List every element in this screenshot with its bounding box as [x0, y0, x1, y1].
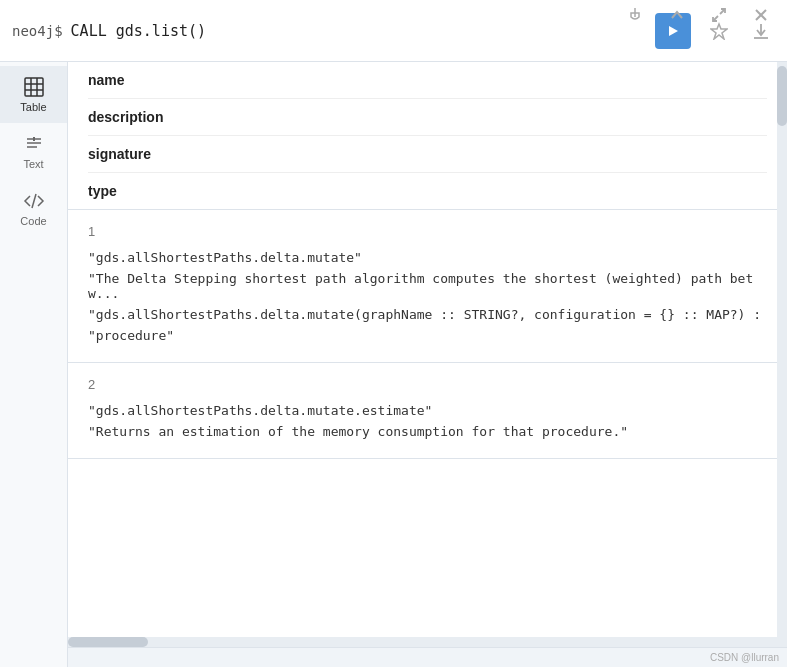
prompt-label: neo4j$ — [12, 23, 63, 39]
chevron-up-icon[interactable] — [663, 1, 691, 29]
header-description: description — [88, 99, 767, 136]
sidebar-item-code[interactable]: Code — [0, 180, 67, 237]
top-bar: neo4j$ CALL gds.list() — [0, 0, 787, 62]
sidebar-item-table[interactable]: Table — [0, 66, 67, 123]
scrollbar-thumb[interactable] — [777, 66, 787, 126]
row-1-name: "gds.allShortestPaths.delta.mutate" — [88, 247, 767, 268]
sidebar-item-text[interactable]: Text — [0, 123, 67, 180]
row-1-signature: "gds.allShortestPaths.delta.mutate(graph… — [88, 304, 767, 325]
scrollbar-track[interactable] — [777, 62, 787, 647]
row-2-description: "Returns an estimation of the memory con… — [88, 421, 767, 442]
expand-icon[interactable] — [705, 1, 733, 29]
header-type: type — [88, 173, 767, 209]
pin-icon[interactable] — [621, 1, 649, 29]
row-1-description: "The Delta Stepping shortest path algori… — [88, 268, 767, 304]
sidebar-table-label: Table — [20, 101, 46, 113]
content-area[interactable]: name description signature type 1 "gds.a… — [68, 62, 787, 667]
sidebar-code-label: Code — [20, 215, 46, 227]
header-signature: signature — [88, 136, 767, 173]
row-number-1: 1 — [88, 210, 767, 247]
command-text: CALL gds.list() — [71, 22, 647, 40]
credit-label: CSDN @llurran — [710, 652, 779, 663]
table-row: 1 "gds.allShortestPaths.delta.mutate" "T… — [68, 210, 787, 363]
horizontal-scrollbar-track[interactable] — [68, 637, 777, 647]
horizontal-scrollbar-thumb[interactable] — [68, 637, 148, 647]
main-area: Table Text Code name description — [0, 62, 787, 667]
row-2-name: "gds.allShortestPaths.delta.mutate.estim… — [88, 400, 767, 421]
row-number-2: 2 — [88, 363, 767, 400]
sidebar: Table Text Code — [0, 62, 68, 667]
sidebar-text-label: Text — [23, 158, 43, 170]
svg-rect-9 — [25, 78, 43, 96]
table-row: 2 "gds.allShortestPaths.delta.mutate.est… — [68, 363, 787, 459]
close-icon[interactable] — [747, 1, 775, 29]
table-header: name description signature type — [68, 62, 787, 210]
bottom-bar: CSDN @llurran — [68, 647, 787, 667]
header-name: name — [88, 62, 767, 99]
svg-line-17 — [32, 194, 36, 208]
row-1-type: "procedure" — [88, 325, 767, 346]
